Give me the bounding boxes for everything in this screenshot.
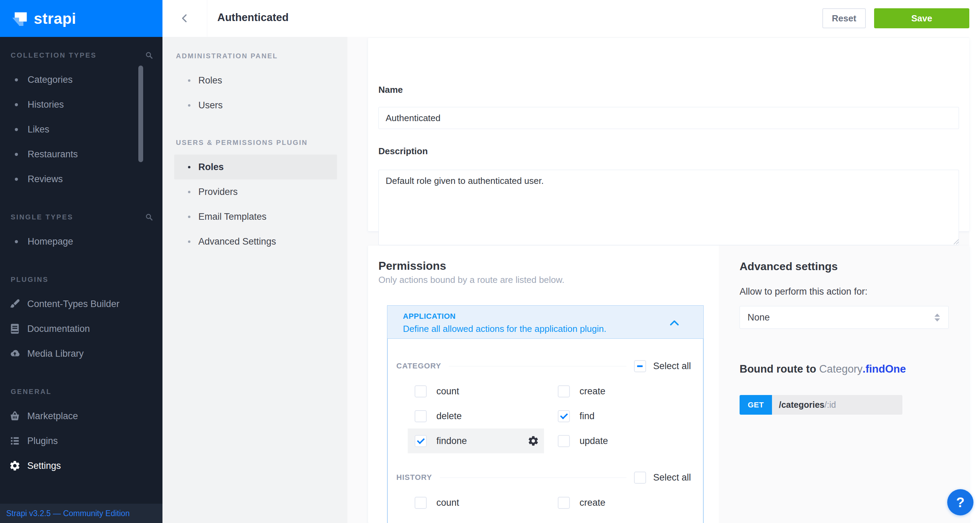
book-icon: [9, 323, 21, 335]
sidebar-item-settings[interactable]: Settings: [0, 453, 162, 478]
reset-button[interactable]: Reset: [822, 8, 866, 28]
sidebar-scrollbar[interactable]: [138, 65, 143, 162]
textarea-resize-handle[interactable]: [952, 238, 959, 245]
cloud-upload-icon: [9, 348, 21, 359]
permission-action-label: count: [436, 386, 459, 397]
permission-group-name: HISTORY: [396, 473, 432, 482]
description-textarea[interactable]: Default role given to authenticated user…: [379, 170, 959, 245]
checkbox-delete[interactable]: [415, 410, 427, 422]
sidebar-item-media-library[interactable]: Media Library: [0, 341, 162, 366]
bullet-icon: [188, 79, 191, 82]
bullet-icon: [188, 104, 191, 107]
sidebar-section-label: SINGLE TYPES: [11, 213, 145, 221]
permission-group-history: HISTORYSelect allcountcreate: [396, 472, 691, 515]
sidebar-item-plugins[interactable]: Plugins: [0, 428, 162, 453]
application-accordion-header[interactable]: APPLICATION Define all allowed actions f…: [387, 305, 704, 339]
subnav-item-label: Roles: [198, 75, 222, 86]
checkbox-update[interactable]: [558, 435, 570, 447]
permission-group-name: CATEGORY: [396, 362, 441, 370]
subnav-item-email-templates[interactable]: Email Templates: [174, 204, 337, 229]
bullet-icon: [15, 103, 18, 106]
strapi-logo-icon: [9, 9, 31, 28]
allow-action-selected-value: None: [748, 312, 934, 323]
sidebar-item-homepage[interactable]: Homepage: [0, 229, 162, 254]
divider-line: [449, 366, 627, 366]
sidebar-item-reviews[interactable]: Reviews: [0, 167, 162, 191]
bullet-icon: [188, 191, 191, 193]
select-all-checkbox[interactable]: [634, 360, 646, 372]
bound-route-method-link[interactable]: .findOne: [863, 363, 906, 375]
subnav-item-roles[interactable]: Roles: [174, 68, 337, 93]
bullet-icon: [188, 166, 191, 169]
select-all-label: Select all: [653, 361, 691, 372]
sidebar-item-label: Media Library: [27, 348, 84, 359]
subnav-section-items: RolesProvidersEmail TemplatesAdvanced Se…: [162, 154, 347, 254]
role-form-card: Name Description Default role given to a…: [368, 38, 969, 231]
allow-action-label: Allow to perform this action for:: [740, 286, 867, 297]
permission-action-delete: delete: [408, 404, 544, 428]
subnav-item-users[interactable]: Users: [174, 93, 337, 118]
sidebar-section-label: COLLECTION TYPES: [11, 51, 145, 59]
description-field-label: Description: [379, 146, 428, 157]
accordion-description: Define all allowed actions for the appli…: [403, 324, 690, 334]
page-scrollbar-track[interactable]: [969, 37, 980, 523]
name-input[interactable]: [379, 107, 959, 129]
subnav-item-advanced-settings[interactable]: Advanced Settings: [174, 229, 337, 254]
bound-route-entity: Category: [819, 363, 863, 375]
checkbox-count[interactable]: [415, 385, 427, 397]
permissions-subtitle: Only actions bound by a route are listed…: [379, 275, 564, 285]
subnav-item-providers[interactable]: Providers: [174, 180, 337, 204]
sidebar-item-label: Plugins: [27, 436, 58, 447]
sidebar-item-label: Homepage: [28, 236, 73, 247]
bullet-icon: [15, 178, 18, 181]
back-button[interactable]: [162, 0, 207, 37]
help-button[interactable]: ?: [947, 489, 974, 515]
permission-action-label: count: [436, 498, 459, 508]
permission-action-count: count: [408, 490, 544, 515]
divider-line: [440, 477, 627, 478]
subnav-item-roles[interactable]: Roles: [174, 154, 337, 180]
brand-logo-text: strapi: [34, 10, 76, 27]
subnav-item-label: Advanced Settings: [198, 236, 276, 247]
advanced-settings-title: Advanced settings: [740, 260, 838, 273]
sidebar-item-label: Reviews: [28, 174, 63, 184]
sidebar-item-documentation[interactable]: Documentation: [0, 316, 162, 341]
checkbox-find[interactable]: [558, 410, 570, 422]
select-all-label: Select all: [653, 472, 691, 483]
checkbox-count[interactable]: [415, 497, 427, 509]
settings-subnav: ADMINISTRATION PANELRolesUsersUSERS & PE…: [162, 37, 347, 523]
checkbox-findone[interactable]: [415, 435, 427, 447]
bullet-icon: [15, 78, 18, 81]
permissions-card: Advanced settings Allow to perform this …: [368, 246, 969, 523]
save-button[interactable]: Save: [874, 8, 969, 28]
basket-icon: [9, 410, 21, 422]
checkbox-create[interactable]: [558, 385, 570, 397]
sidebar-section-items: MarketplacePluginsSettings: [0, 404, 162, 478]
chevron-up-icon[interactable]: [670, 320, 679, 326]
subnav-item-label: Email Templates: [198, 211, 267, 222]
search-icon[interactable]: [145, 51, 153, 60]
sidebar-section-label: GENERAL: [11, 388, 153, 396]
checkbox-create[interactable]: [558, 497, 570, 509]
sidebar-item-marketplace[interactable]: Marketplace: [0, 404, 162, 428]
permission-action-label: findone: [436, 436, 467, 447]
chevron-left-icon: [180, 11, 189, 25]
permissions-title: Permissions: [379, 259, 446, 273]
sidebar-section-header-single-types: SINGLE TYPES: [0, 210, 162, 224]
top-header: Authenticated Reset Save: [162, 0, 980, 37]
search-icon[interactable]: [145, 213, 153, 221]
gear-icon[interactable]: [527, 435, 539, 447]
sidebar-section-label: PLUGINS: [11, 276, 153, 284]
name-field-label: Name: [379, 84, 403, 95]
select-all-checkbox[interactable]: [634, 472, 646, 484]
bullet-icon: [15, 128, 18, 131]
sidebar-item-label: Likes: [28, 124, 49, 135]
sidebar-item-content-types-builder[interactable]: Content-Types Builder: [0, 291, 162, 316]
bullet-icon: [15, 240, 18, 243]
page-title: Authenticated: [217, 11, 289, 24]
permission-action-find: find: [551, 404, 691, 428]
permission-action-label: update: [579, 436, 608, 447]
subnav-section-label: USERS & PERMISSIONS PLUGIN: [176, 139, 308, 146]
strapi-version-link[interactable]: Strapi v3.2.5 — Community Edition: [6, 509, 130, 518]
allow-action-select[interactable]: None: [740, 306, 948, 329]
